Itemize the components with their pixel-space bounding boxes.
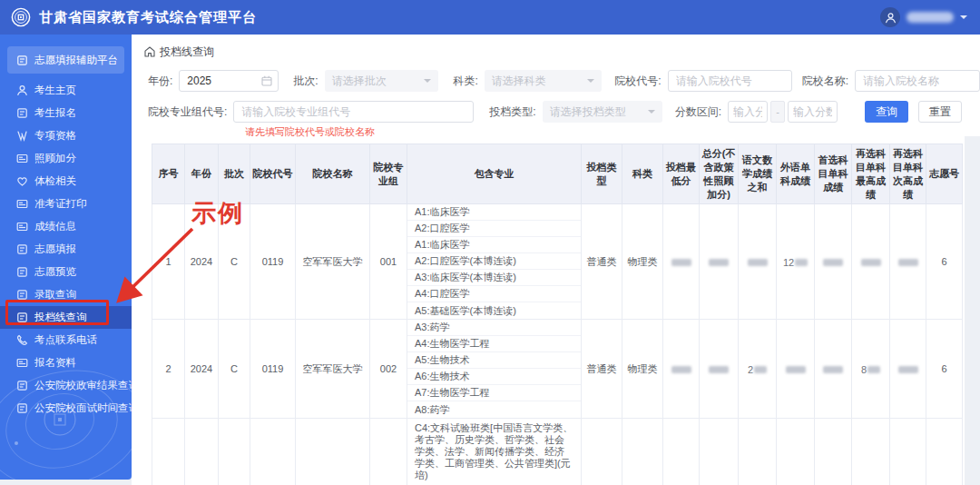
column-header: 再选科目单科最高成绩: [852, 144, 890, 204]
file-type-label: 投档类型:: [489, 104, 535, 120]
phone-icon: [16, 334, 28, 346]
table-body: 12024C0119空军军医大学001A1:临床医学A2:口腔医学A1:临床医学…: [152, 204, 963, 485]
form-hint: 请先填写院校代号或院校名称: [132, 125, 980, 139]
major-item: A4:生物医学工程: [407, 336, 581, 352]
group-code-input[interactable]: [233, 101, 474, 123]
card-icon: [16, 221, 28, 233]
score-min-input[interactable]: [728, 101, 768, 123]
majors-cell: A3:药学A4:生物医学工程A5:生物技术A6:生物技术A7:生物医学工程A8:…: [407, 320, 582, 419]
column-header: 院校名称: [296, 144, 370, 204]
college-code-cell: 0119: [250, 320, 296, 419]
heart-icon: [16, 175, 28, 187]
batch-cell: C: [219, 320, 250, 419]
sidebar-item-5[interactable]: 照顾加分: [0, 147, 132, 170]
doc-icon: [16, 107, 28, 119]
table-row: 22024C0119空军军医大学002A3:药学A4:生物医学工程A5:生物技术…: [152, 320, 963, 419]
major-item: A7:生物医学工程: [407, 385, 581, 401]
subject-cell: 物理类: [622, 320, 663, 419]
column-header: 包含专业: [407, 144, 582, 204]
sidebar-item-7[interactable]: 准考证打印: [0, 193, 132, 215]
subject-placeholder: 请选择科类: [492, 74, 546, 89]
sidebar-item-6[interactable]: 体检相关: [0, 170, 132, 193]
sidebar-item-4[interactable]: 专项资格: [0, 124, 132, 147]
sidebar: 志愿填报辅助平台考生主页考生报名专项资格照顾加分体检相关准考证打印成绩信息志愿填…: [0, 35, 132, 480]
chevron-down-icon: [648, 110, 655, 117]
college-code-label: 院校代号:: [614, 74, 661, 89]
wish-no-cell: 6: [926, 204, 963, 320]
sidebar-item-8[interactable]: 成绩信息: [0, 215, 132, 238]
seq-cell: 1: [152, 204, 185, 320]
column-header: 首选科目单科成绩: [815, 144, 852, 204]
file-type-cell: [582, 419, 622, 485]
chevron-down-icon[interactable]: [960, 15, 967, 23]
column-header: 投档最低分: [663, 144, 700, 204]
major-item: A1:临床医学: [407, 204, 581, 221]
column-header: 年份: [185, 144, 219, 204]
file-type-select[interactable]: 请选择投档类型: [543, 101, 662, 123]
group-cell: 002: [370, 320, 407, 419]
college-code-cell: [250, 419, 296, 485]
sidebar-item-1[interactable]: 志愿填报辅助平台: [7, 46, 124, 74]
score-cell: 2: [739, 320, 777, 419]
score-cell: 12: [777, 204, 815, 320]
majors-cell: C4:文科试验班类[中国语言文学类、考古学、历史学类、哲学类、社会学类、法学、新…: [407, 419, 582, 485]
major-item: A8:药学: [407, 401, 581, 418]
breadcrumb: 投档线查询: [132, 35, 980, 60]
major-item: C4:文科试验班类[中国语言文学类、考古学、历史学类、哲学类、社会学类、法学、新…: [407, 419, 581, 485]
sidebar-item-10[interactable]: 志愿预览: [0, 261, 132, 283]
subject-cell: [622, 419, 663, 485]
major-item: A2:口腔医学(本博连读): [407, 253, 581, 270]
seq-cell: [152, 419, 185, 485]
score-cell: [815, 204, 852, 320]
user-menu[interactable]: [880, 7, 967, 27]
score-cell: [890, 320, 926, 419]
app-header: 甘肃省国家教育考试综合管理平台: [0, 0, 980, 35]
sidebar-item-label: 考生主页: [34, 84, 76, 97]
sidebar-item-label: 志愿填报辅助平台: [34, 54, 118, 67]
home-icon: [144, 46, 155, 57]
score-cell: [815, 419, 852, 485]
sidebar-item-13[interactable]: 考点联系电话: [0, 329, 132, 351]
sidebar-item-label: 专项资格: [34, 129, 76, 143]
platform-emblem-icon: [11, 7, 31, 27]
sidebar-item-label: 成绩信息: [34, 220, 76, 233]
score-max-input[interactable]: [788, 101, 838, 123]
sidebar-item-label: 考生报名: [34, 106, 76, 120]
column-header: 志愿号: [926, 144, 963, 204]
column-header: 序号: [152, 144, 185, 204]
annotation-example-label: 示例: [191, 197, 244, 230]
table-row: 12024C0119空军军医大学001A1:临床医学A2:口腔医学A1:临床医学…: [152, 204, 963, 320]
card-icon: [16, 153, 28, 164]
sidebar-item-label: 志愿填报: [34, 242, 76, 256]
major-item: A3:临床医学(本博连读): [407, 270, 581, 286]
seq-cell: 2: [152, 320, 185, 419]
calendar-icon[interactable]: [261, 75, 272, 86]
reset-button[interactable]: 重置: [918, 101, 962, 123]
score-cell: [890, 204, 926, 320]
avatar[interactable]: [880, 7, 900, 27]
score-cell: [890, 419, 926, 485]
filter-row-1: 年份: 批次: 请选择批次 科类: 请选择科类 院校代号: 院校名称:: [132, 70, 980, 92]
sidebar-item-3[interactable]: 考生报名: [0, 102, 132, 124]
college-code-input[interactable]: [668, 70, 792, 92]
batch-label: 批次:: [293, 74, 318, 89]
column-header: 院校代号: [250, 144, 296, 204]
doc-icon: [16, 266, 28, 278]
score-range-separator: -: [770, 101, 785, 123]
sidebar-item-9[interactable]: 志愿填报: [0, 238, 132, 261]
column-header: 投档类型: [582, 144, 622, 204]
sidebar-item-2[interactable]: 考生主页: [0, 79, 132, 102]
main-content: 投档线查询 年份: 批次: 请选择批次 科类: 请选择科类 院校代号: 院校名称…: [132, 35, 980, 485]
year-cell: [185, 419, 219, 485]
subject-select[interactable]: 请选择科类: [485, 70, 603, 92]
search-button[interactable]: 查询: [865, 101, 908, 123]
batch-select[interactable]: 请选择批次: [325, 70, 439, 92]
file-type-placeholder: 请选择投档类型: [550, 104, 626, 120]
batch-placeholder: 请选择批次: [332, 74, 387, 89]
page-background-strip: [965, 136, 980, 485]
major-item: A5:基础医学(本博连读): [407, 302, 581, 319]
score-cell: [700, 320, 739, 419]
score-cell: [815, 320, 852, 419]
college-name-input[interactable]: [855, 70, 980, 92]
major-item: A6:生物技术: [407, 369, 581, 385]
